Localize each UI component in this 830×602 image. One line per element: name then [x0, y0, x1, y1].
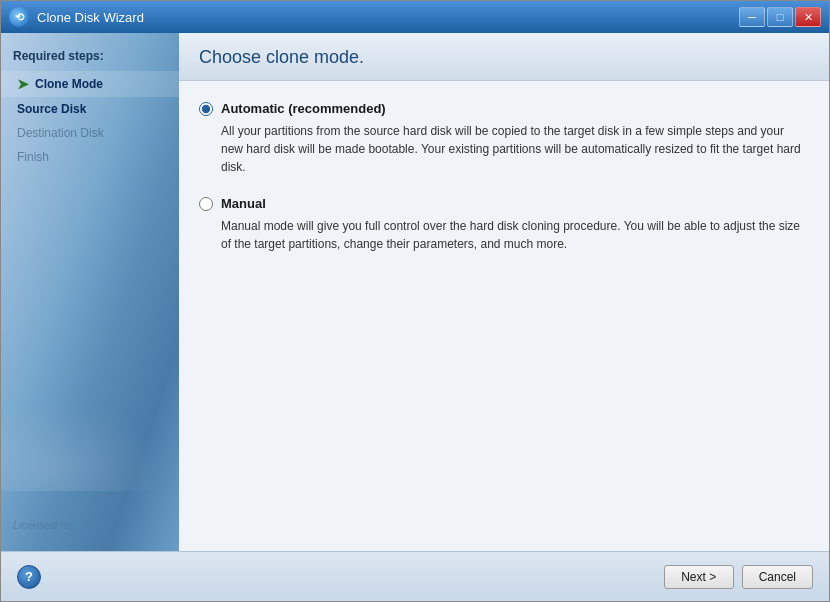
- automatic-label[interactable]: Automatic (recommended): [221, 101, 386, 116]
- content-panel: Choose clone mode. Automatic (recommende…: [179, 33, 829, 551]
- main-wrapper: Required steps: ➤ Clone Mode Source Disk…: [1, 33, 829, 551]
- sidebar-finish-label: Finish: [17, 150, 49, 164]
- manual-option-section: Manual Manual mode will give you full co…: [199, 196, 809, 253]
- sidebar: Required steps: ➤ Clone Mode Source Disk…: [1, 33, 179, 551]
- manual-description: Manual mode will give you full control o…: [221, 217, 801, 253]
- title-bar: ⟲ Clone Disk Wizard ─ □ ✕: [1, 1, 829, 33]
- page-title: Choose clone mode.: [199, 47, 809, 68]
- content-header: Choose clone mode.: [179, 33, 829, 81]
- maximize-button[interactable]: □: [767, 7, 793, 27]
- sidebar-item-finish[interactable]: Finish: [1, 145, 179, 169]
- required-steps-label: Required steps:: [1, 45, 179, 71]
- window-controls: ─ □ ✕: [739, 7, 821, 27]
- next-button[interactable]: Next >: [664, 565, 734, 589]
- window-title: Clone Disk Wizard: [37, 10, 739, 25]
- sidebar-clone-mode-label: Clone Mode: [35, 77, 103, 91]
- footer-left: ?: [17, 565, 41, 589]
- close-button[interactable]: ✕: [795, 7, 821, 27]
- footer: ? Next > Cancel: [1, 551, 829, 601]
- manual-option-row: Manual: [199, 196, 809, 211]
- minimize-button[interactable]: ─: [739, 7, 765, 27]
- automatic-option-row: Automatic (recommended): [199, 101, 809, 116]
- content-body: Automatic (recommended) All your partiti…: [179, 81, 829, 551]
- manual-radio[interactable]: [199, 197, 213, 211]
- sidebar-source-disk-label: Source Disk: [17, 102, 86, 116]
- cancel-button[interactable]: Cancel: [742, 565, 813, 589]
- manual-label[interactable]: Manual: [221, 196, 266, 211]
- automatic-description: All your partitions from the source hard…: [221, 122, 801, 176]
- help-button[interactable]: ?: [17, 565, 41, 589]
- app-icon: ⟲: [9, 7, 29, 27]
- sidebar-item-source-disk[interactable]: Source Disk: [1, 97, 179, 121]
- sidebar-item-clone-mode[interactable]: ➤ Clone Mode: [1, 71, 179, 97]
- automatic-radio[interactable]: [199, 102, 213, 116]
- automatic-option-section: Automatic (recommended) All your partiti…: [199, 101, 809, 176]
- sidebar-item-destination-disk[interactable]: Destination Disk: [1, 121, 179, 145]
- sidebar-destination-disk-label: Destination Disk: [17, 126, 104, 140]
- licensed-to-label: Licensed to:: [13, 519, 72, 531]
- footer-right: Next > Cancel: [664, 565, 813, 589]
- current-step-arrow: ➤: [17, 76, 29, 92]
